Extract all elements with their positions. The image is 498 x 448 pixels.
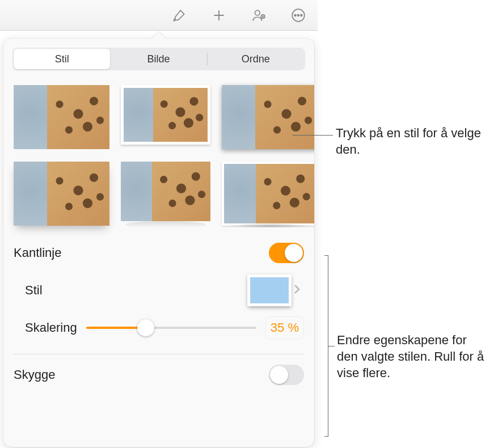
- style-grid: [3, 81, 314, 235]
- callout-style-tap: Trykk på en stil for å velge den.: [336, 125, 498, 158]
- border-style-preview: [247, 274, 292, 306]
- popover-arrow: [151, 32, 166, 39]
- callout-bracket-lead: [328, 346, 335, 346]
- tab-ordne[interactable]: Ordne: [208, 49, 304, 69]
- scaling-slider[interactable]: [86, 319, 256, 336]
- border-label: Kantlinje: [14, 246, 61, 260]
- toggle-knob: [270, 366, 288, 384]
- svg-point-8: [298, 14, 299, 16]
- style-option-shadowed[interactable]: [222, 85, 314, 149]
- callout-bracket-top: [324, 255, 328, 256]
- callout-bracket-bottom: [324, 436, 328, 437]
- border-style-label: Stil: [14, 283, 43, 298]
- plus-icon[interactable]: [210, 6, 228, 24]
- style-option-bordered[interactable]: [121, 85, 210, 145]
- chevron-right-icon: [294, 284, 301, 297]
- scaling-label: Skalering: [14, 320, 77, 335]
- callout-line: [292, 135, 333, 136]
- top-toolbar: [0, 0, 318, 31]
- svg-point-7: [294, 14, 296, 16]
- shadow-row: Skygge: [14, 359, 304, 391]
- style-option-plain[interactable]: [14, 85, 109, 149]
- style-option-curled[interactable]: [222, 162, 314, 226]
- more-icon[interactable]: [289, 6, 307, 24]
- border-style-row[interactable]: Stil: [14, 269, 304, 312]
- svg-point-2: [255, 10, 260, 15]
- slider-thumb[interactable]: [137, 319, 154, 336]
- style-option-soft-shadow[interactable]: [14, 162, 109, 226]
- tab-stil[interactable]: Stil: [14, 49, 110, 69]
- collaborate-icon[interactable]: [250, 6, 268, 24]
- tab-bar: Stil Bilde Ordne: [12, 48, 305, 70]
- shadow-toggle[interactable]: [269, 365, 304, 385]
- scaling-row: Skalering 35 %: [14, 312, 304, 344]
- shadow-label: Skygge: [14, 367, 55, 382]
- tab-bilde[interactable]: Bilde: [110, 49, 206, 69]
- scaling-value[interactable]: 35 %: [265, 316, 304, 339]
- style-option-reflection[interactable]: [121, 162, 210, 221]
- svg-point-9: [301, 14, 302, 16]
- border-row: Kantlinje: [14, 237, 304, 269]
- brush-icon[interactable]: [170, 6, 188, 24]
- toggle-knob: [285, 244, 303, 262]
- callout-properties: Endre egenskapene for den valgte stilen.…: [337, 332, 490, 381]
- border-toggle[interactable]: [269, 243, 304, 263]
- format-panel: Stil Bilde Ordne Kantlinje Stil: [0, 39, 318, 447]
- section-divider: [14, 354, 304, 354]
